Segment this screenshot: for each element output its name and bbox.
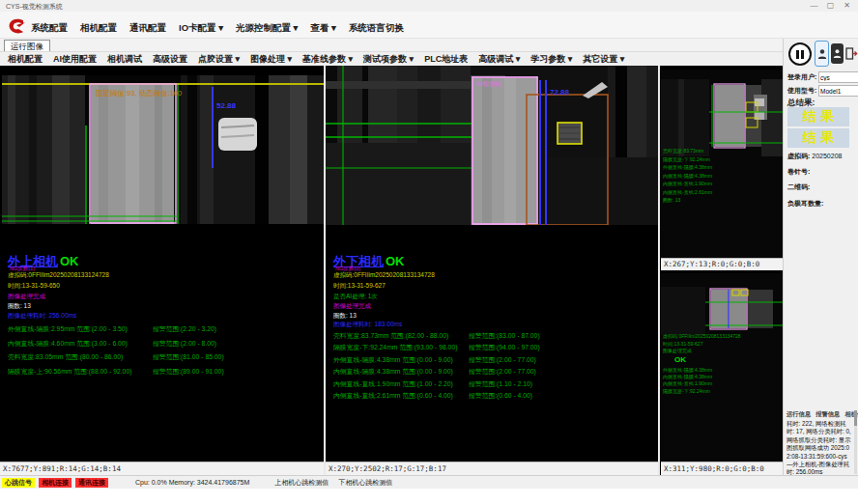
mini-result-line: 隔膜宽度-下:92.24mm xyxy=(663,155,712,164)
exit-door-icon xyxy=(845,47,858,60)
needle-field-label: 卷针号: xyxy=(787,167,810,177)
alarm-range-text: 报警范围:(2.00 - 8.00) xyxy=(153,339,216,349)
ok-status: OK xyxy=(386,254,405,268)
measurement-text: 壳料宽度:83.05mm 范围:(80.00 - 86.00) xyxy=(8,352,123,362)
right-bottom-mini-results: 外侧直线-隔膜:4.38mm内侧直线-隔膜:4.38mm内侧直线-直线:1.90… xyxy=(663,367,712,395)
model-label: 使用型号: xyxy=(787,86,816,96)
log-text: 耗时: 222, 网络检测耗时: 17, 网络分类耗时: 0, 网络抓取分类耗时… xyxy=(786,420,852,476)
mini-result-line: 虚拟码:0FFIIim20250208133134728 xyxy=(663,333,741,341)
result-badge-2: 结果 xyxy=(787,128,849,148)
login-user-label: 登录用户: xyxy=(787,72,816,82)
panel-divider xyxy=(658,66,660,475)
measurement-text: 外侧直线-隔膜:4.38mm 范围:(0.00 - 9.00) xyxy=(333,355,453,365)
mini-result-line: 内侧直线-直线:1.90mm xyxy=(663,180,712,188)
menu-item[interactable]: 系统语言切换 xyxy=(349,22,404,35)
menu-item[interactable]: 相机配置 xyxy=(80,22,117,35)
app-logo-icon xyxy=(7,16,26,36)
loop-count-text: 圈数: 13 xyxy=(333,312,357,321)
mini-result-line: 圈数: 13 xyxy=(663,196,712,205)
alarm-range-text: 报警范围:(94.00 - 97.00) xyxy=(469,343,540,352)
qr-field-label: 二维码: xyxy=(787,182,810,192)
mini-result-line: 内侧直线-直线:1.90mm xyxy=(663,380,712,387)
measurement-text: 内侧直线-直线:1.90mm 范围:(1.00 - 2.20) xyxy=(333,379,453,389)
log-tabs: 运行信息报警信息相机信息 xyxy=(786,410,858,419)
toolbar-item[interactable]: AI使用配置 xyxy=(53,53,97,66)
measurement-text: 内侧直线-直线:2.61mm 范围:(0.60 - 4.00) xyxy=(333,391,453,401)
process-done-text: 图像处理完成 xyxy=(333,302,371,311)
menu-item[interactable]: IO卡配置 ▾ xyxy=(179,22,223,35)
alarm-range-text: 报警范围:(2.00 - 77.00) xyxy=(469,355,536,365)
ok-status: OK xyxy=(60,254,79,268)
middle-camera-view[interactable]: AI检测框 72.88 xyxy=(326,66,658,225)
measurement-text: 内侧直线-隔膜:4.60mm 范围:(3.00 - 6.00) xyxy=(8,339,128,349)
process-time-text: 图像处理耗时: 256.00ms xyxy=(8,312,76,321)
alarm-range-text: 报警范围:(89.00 - 91.00) xyxy=(153,367,224,377)
alarm-range-text: 报警范围:(81.00 - 85.00) xyxy=(153,352,224,362)
minimize-button[interactable]: — xyxy=(807,1,821,11)
toolbar-item[interactable]: 点胶设置 ▾ xyxy=(198,53,240,66)
exit-button[interactable] xyxy=(844,43,858,64)
toolbar-item[interactable]: 高级调试 ▾ xyxy=(478,53,520,66)
toolbar-item[interactable]: PLC地址表 xyxy=(424,53,468,66)
alarm-range-text: 报警范围:(0.60 - 4.00) xyxy=(469,391,532,401)
comm-connection-badge: 通讯连接 xyxy=(75,478,108,488)
alarm-range-text: 报警范围:(83.00 - 87.00) xyxy=(469,331,540,341)
camera-connection-badge: 相机连接 xyxy=(39,478,72,488)
measurement-text: 壳料宽度:83.73mm 范围:(82.00 - 88.00) xyxy=(333,331,448,341)
mini-result-line: 外侧直线-隔膜:4.38mm xyxy=(663,163,712,172)
time-text: 时间:13-31-59-627 xyxy=(333,282,386,291)
barcode-text: 虚拟码:0FFIIim20250208133134728 xyxy=(333,271,435,280)
toolbar-item[interactable]: 其它设置 ▾ xyxy=(583,53,624,66)
login-user-button[interactable] xyxy=(815,41,829,67)
status-bar: 心跳信号 相机连接 通讯连接 Cpu: 0.0% Memory: 3424.41… xyxy=(0,475,858,489)
menu-item[interactable]: 系统配置 xyxy=(31,22,68,35)
toolbar-item[interactable]: 高级设置 xyxy=(153,53,187,66)
threshold-label: 固定阈值:93, 动态阈值:100 xyxy=(96,89,182,98)
measure-value-label: 72.88 xyxy=(550,88,570,97)
menu-item[interactable]: 通讯配置 xyxy=(129,22,166,35)
toolbar-item[interactable]: 学习参数 ▾ xyxy=(530,53,572,66)
scrollbar-thumb[interactable] xyxy=(854,410,857,426)
left-camera-view[interactable]: 固定阈值:93, 动态阈值:100 52.88 xyxy=(2,75,324,224)
operator-button[interactable] xyxy=(831,43,844,64)
toolbar-item[interactable]: 相机调试 xyxy=(107,53,142,66)
metal-tab xyxy=(218,118,257,151)
alarm-range-text: 报警范围:(2.20 - 3.20) xyxy=(153,324,216,334)
middle-coordinate-readout: X:270;Y:2502;R:17;G:17;B:17 xyxy=(326,462,658,475)
barcode-field-label: 虚拟码: 20250208 xyxy=(787,152,842,161)
right-top-mini-results: 壳料宽度:83.73mm隔膜宽度-下:92.24mm外侧直线-隔膜:4.38mm… xyxy=(663,147,712,205)
measurement-text: 外侧直线-隔膜:2.95mm 范围:(2.00 - 3.50) xyxy=(8,324,128,334)
toolbar-item[interactable]: 测试项参数 ▾ xyxy=(363,53,414,66)
mini-result-line: 外侧直线-隔膜:4.38mm xyxy=(663,367,712,374)
process-time-text: 图像处理耗时: 183.00ms xyxy=(333,321,402,329)
window-title: CYS-视觉检测系统 xyxy=(6,2,63,12)
pause-button[interactable] xyxy=(788,42,812,66)
model-field[interactable] xyxy=(818,85,858,97)
user-icon xyxy=(833,48,842,59)
log-tab[interactable]: 报警信息 xyxy=(815,410,840,419)
toolbar-item[interactable]: 图像处理 ▾ xyxy=(250,53,292,66)
maximize-button[interactable]: ▢ xyxy=(823,1,838,11)
toolbar: 相机配置AI使用配置相机调试高级设置点胶设置 ▾图像处理 ▾基准线参数 ▾测试项… xyxy=(0,51,783,66)
measurement-text: 隔膜宽度-下:92.24mm 范围:(93.00 - 98.00) xyxy=(333,343,457,352)
login-user-field[interactable] xyxy=(818,71,858,83)
result-badge-1: 结果 xyxy=(787,107,849,126)
mini-result-line: 内侧直线-隔膜:4.38mm xyxy=(663,172,712,181)
menu-item[interactable]: 光源控制配置 ▾ xyxy=(236,22,298,35)
app-window: CYS-视觉检测系统 — ▢ ✕ 系统配置相机配置通讯配置IO卡配置 ▾光源控制… xyxy=(0,0,858,504)
menu-item[interactable]: 查看 ▾ xyxy=(310,22,335,35)
log-scrollbar[interactable] xyxy=(854,410,857,474)
toolbar-item[interactable]: 基准线参数 ▾ xyxy=(302,53,353,66)
user-icon xyxy=(817,48,827,60)
mini-result-line: 内侧直线-直线:2.61mm xyxy=(663,188,712,197)
barcode-text: 虚拟码:0FFIIim20250208133124728 xyxy=(8,271,109,280)
toolbar-item[interactable]: 相机配置 xyxy=(8,53,43,66)
cpu-memory-readout: Cpu: 0.0% Memory: 3424.41796875M xyxy=(135,479,249,486)
close-button[interactable]: ✕ xyxy=(840,1,854,11)
alarm-range-text: 报警范围:(1.10 - 2.10) xyxy=(469,379,532,389)
title-bar: CYS-视觉检测系统 — ▢ ✕ xyxy=(0,0,858,12)
right-top-coordinate-readout: X:267;Y:13;R:0;G:0;B:0 xyxy=(661,258,783,270)
measurement-text: 内侧直线-隔膜:4.38mm 范围:(0.00 - 9.00) xyxy=(333,367,453,377)
menu-bar: 系统配置相机配置通讯配置IO卡配置 ▾光源控制配置 ▾查看 ▾系统语言切换 xyxy=(0,12,858,39)
log-tab[interactable]: 运行信息 xyxy=(786,410,811,419)
